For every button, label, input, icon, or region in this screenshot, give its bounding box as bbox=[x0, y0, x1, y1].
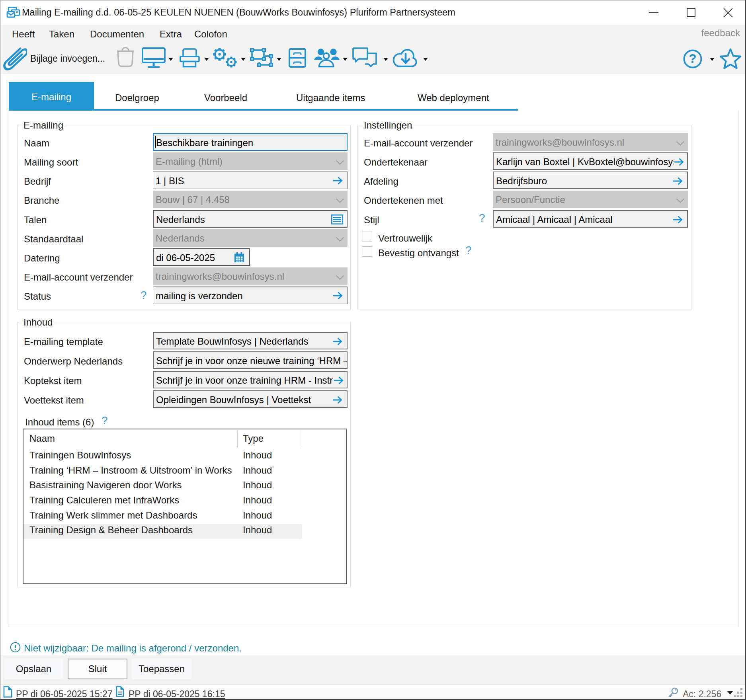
svg-text:?: ? bbox=[689, 52, 697, 66]
